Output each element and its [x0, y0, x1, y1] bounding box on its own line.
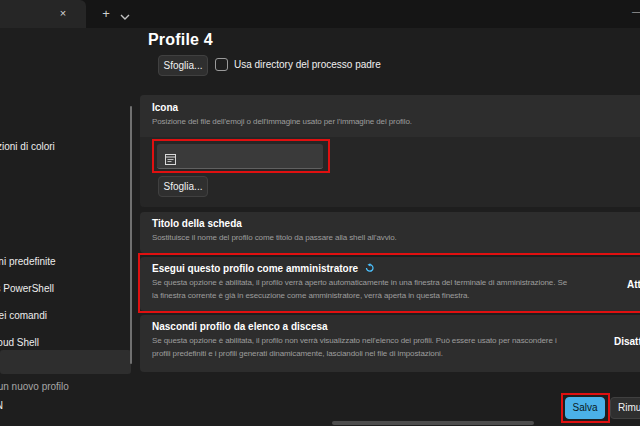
- icon-section-description: Posizione del file dell'emoji o dell'imm…: [152, 116, 630, 129]
- tab-close-icon[interactable]: ×: [56, 7, 70, 21]
- run-as-admin-toggle-label[interactable]: Attivato: [627, 279, 640, 290]
- settings-nav-sidebar: Combinazioni di colori Impostazioni pred…: [0, 28, 134, 426]
- sidebar-item-profile-4-selected[interactable]: Profile 4: [0, 350, 131, 374]
- tab-bar: × + —: [0, 0, 640, 28]
- run-as-admin-title: Esegui questo profilo come amministrator…: [152, 263, 374, 275]
- sidebar-item-add-new-profile[interactable]: Aggiungi un nuovo profilo: [0, 381, 69, 392]
- profile-settings-page: Profile 4 Sfoglia... Usa directory del p…: [140, 28, 640, 426]
- chevron-down-icon[interactable]: [118, 9, 132, 21]
- sidebar-item-command-prompt[interactable]: Prompt dei comandi: [0, 310, 47, 321]
- sidebar-scrollbar[interactable]: [130, 106, 132, 364]
- sidebar-item-color-schemes[interactable]: Combinazioni di colori: [0, 141, 55, 152]
- run-as-admin-title-text: Esegui questo profilo come amministrator…: [152, 263, 358, 274]
- hide-profile-description: Se questa opzione è abilitata, il profil…: [152, 335, 630, 360]
- icon-path-input[interactable]: [157, 144, 323, 169]
- tab-settings[interactable]: ×: [0, 0, 86, 28]
- tab-title-section-description: Sostituisce il nome del profilo come tit…: [152, 232, 630, 245]
- page-title: Profile 4: [148, 31, 213, 49]
- window-glyph-icon: [165, 151, 176, 162]
- sidebar-item-azure-cloud-shell[interactable]: Azure Cloud Shell: [0, 337, 39, 348]
- parent-process-directory-checkbox[interactable]: [215, 58, 228, 71]
- icon-section-card: Icona Posizione del file dell'emoji o de…: [140, 95, 640, 207]
- save-button[interactable]: Salva: [565, 397, 605, 419]
- new-tab-button[interactable]: +: [97, 5, 115, 22]
- run-as-admin-description: Se questa opzione è abilitata, il profil…: [152, 277, 630, 302]
- tab-title-section-card: Titolo della scheda Sostituisce il nome …: [140, 212, 640, 253]
- hide-profile-section-card: Nascondi profilo da elenco a discesa Se …: [140, 315, 640, 372]
- minimize-icon[interactable]: —: [632, 6, 640, 17]
- icon-browse-button[interactable]: Sfoglia...: [158, 176, 208, 197]
- hide-profile-toggle-label[interactable]: Disattivato: [614, 336, 640, 347]
- run-as-admin-section-card: Esegui questo profilo come amministrator…: [140, 257, 640, 311]
- remove-profile-button[interactable]: Rimuovi: [610, 397, 640, 419]
- sidebar-item-open-json-file[interactable]: Apri il file JSON: [0, 400, 3, 411]
- parent-process-directory-label: Usa directory del processo padre: [234, 59, 381, 70]
- tab-title-section-title: Titolo della scheda: [152, 218, 242, 229]
- icon-section-title: Icona: [152, 102, 178, 113]
- sidebar-item-windows-powershell[interactable]: Windows PowerShell: [0, 283, 54, 294]
- hide-profile-title: Nascondi profilo da elenco a discesa: [152, 321, 328, 332]
- starting-directory-browse-button[interactable]: Sfoglia...: [158, 55, 208, 76]
- windows-terminal-settings-window: × + — Combinazioni di colori Impostazion…: [0, 0, 640, 426]
- sidebar-item-profile-defaults[interactable]: Impostazioni predefinite: [0, 256, 56, 267]
- horizontal-scrollbar[interactable]: [332, 421, 534, 425]
- icon-section-header: Icona Posizione del file dell'emoji o de…: [140, 95, 640, 137]
- reset-icon[interactable]: [364, 263, 374, 275]
